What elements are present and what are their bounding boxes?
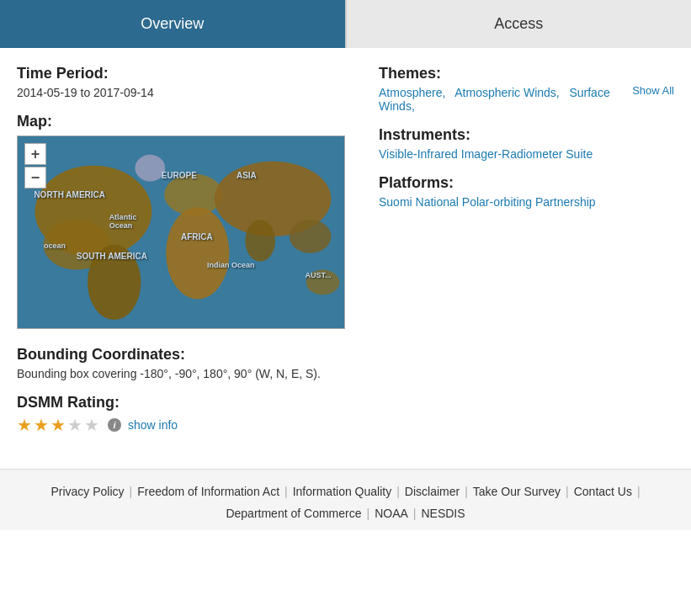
star-rating: ★★★★★ [17,415,101,435]
time-period-value: 2014-05-19 to 2017-09-14 [17,86,353,99]
zoom-out-button[interactable]: − [24,167,46,189]
themes-section: Show All Atmosphere, Atmospheric Winds, … [379,86,674,113]
themes-label: Themes: [379,65,674,82]
time-period-label: Time Period: [17,65,353,82]
map-label: Map: [17,113,353,130]
tab-overview[interactable]: Overview [0,0,345,48]
footer-contact[interactable]: Contact Us [574,485,632,498]
footer-privacy[interactable]: Privacy Policy [50,485,124,498]
footer: Privacy Policy | Freedom of Information … [0,469,691,530]
map-label-af: AFRICA [181,232,213,242]
tab-access[interactable]: Access [345,0,692,48]
platform-link[interactable]: Suomi National Polar-orbiting Partnershi… [379,195,596,209]
show-info-link[interactable]: show info [128,418,178,432]
show-all-link[interactable]: Show All [632,84,674,97]
footer-nesdis[interactable]: NESDIS [421,507,465,520]
info-icon: i [108,418,121,432]
map-label-eu: EUROPE [162,171,197,180]
dsmm-label: DSMM Rating: [17,394,353,412]
map-label-na: NORTH AMERICA [34,190,105,199]
map-label-ocean: ocean [44,242,66,250]
svg-point-7 [245,220,275,262]
svg-point-5 [166,207,229,299]
map-label-indian: Indian Ocean [207,261,255,269]
theme-atmosphere[interactable]: Atmosphere, [379,86,445,99]
map-world: NORTH AMERICA EUROPE ASIA AFRICA SOUTH A… [18,136,344,328]
right-panel: Themes: Show All Atmosphere, Atmospheric… [379,65,674,435]
main-content: Time Period: 2014-05-19 to 2017-09-14 Ma… [0,48,691,452]
zoom-in-button[interactable]: + [24,143,46,165]
map-controls: + − [24,143,46,189]
instruments-label: Instruments: [379,126,674,144]
theme-atmospheric-winds[interactable]: Atmospheric Winds, [454,86,559,99]
bounding-value: Bounding box covering -180°, -90°, 180°,… [17,367,353,380]
rating-row: ★★★★★ i show info [17,415,353,435]
footer-survey[interactable]: Take Our Survey [473,485,561,498]
footer-disclaimer[interactable]: Disclaimer [405,485,460,498]
left-panel: Time Period: 2014-05-19 to 2017-09-14 Ma… [17,65,353,435]
svg-point-8 [290,220,332,253]
map-label-atlantic: AtlanticOcean [109,213,137,230]
footer-foia[interactable]: Freedom of Information Act [137,485,279,498]
theme-links: Atmosphere, Atmospheric Winds, Surface W… [379,86,674,113]
footer-info-quality[interactable]: Information Quality [293,485,392,498]
platform-section: Suomi National Polar-orbiting Partnershi… [379,195,674,209]
map-container[interactable]: NORTH AMERICA EUROPE ASIA AFRICA SOUTH A… [17,135,345,329]
platforms-label: Platforms: [379,174,674,192]
map-label-as: ASIA [237,171,257,180]
map-label-aust: AUST... [305,271,331,279]
map-label-sa: SOUTH AMERICA [77,252,147,261]
footer-links: Privacy Policy | Freedom of Information … [17,485,674,498]
instrument-section: Visible-Infrared Imager-Radiometer Suite [379,147,674,161]
tab-bar: Overview Access [0,0,691,48]
footer-doc[interactable]: Department of Commerce [226,507,361,520]
instrument-link[interactable]: Visible-Infrared Imager-Radiometer Suite [379,147,593,161]
footer-bottom: Department of Commerce | NOAA | NESDIS [17,507,674,520]
footer-noaa[interactable]: NOAA [375,507,408,520]
bounding-label: Bounding Coordinates: [17,346,353,364]
